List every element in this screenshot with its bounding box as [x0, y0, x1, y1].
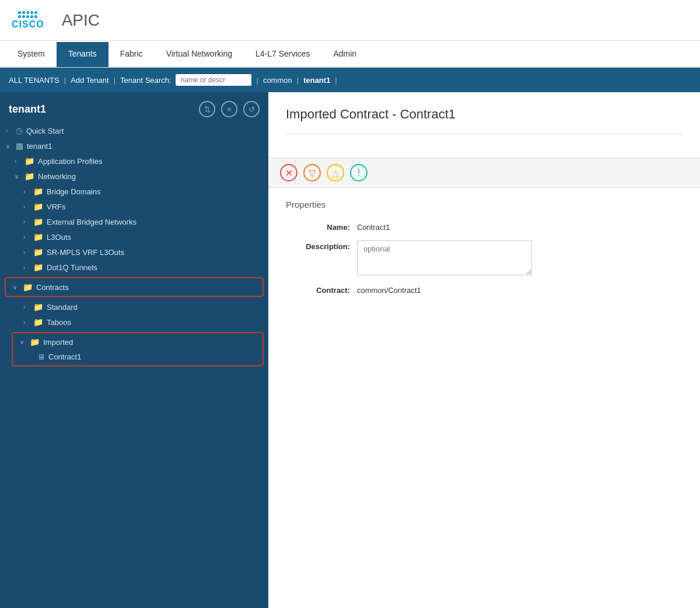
tree-item-imported[interactable]: ∨ 📁 Imported	[13, 334, 262, 350]
l3outs-folder-icon: 📁	[33, 232, 43, 242]
contract-value: common/Contract1	[357, 284, 421, 295]
tab-l4l7[interactable]: L4-L7 Services	[244, 42, 321, 67]
networking-label: Networking	[38, 172, 76, 181]
dot1q-folder-icon: 📁	[33, 263, 43, 272]
cisco-dots	[18, 11, 37, 14]
arrow-vrfs: ›	[23, 204, 32, 210]
properties-section: Properties Name: Contract1 Description: …	[268, 188, 700, 315]
standard-label: Standard	[47, 303, 78, 312]
tenant-search-input[interactable]	[176, 74, 251, 86]
tab-tenants[interactable]: Tenants	[57, 42, 108, 67]
panel-toolbar: ✕ ▽ △ !	[268, 158, 700, 188]
imported-folder-icon: 📁	[30, 337, 40, 347]
arrow-dot1q: ›	[23, 264, 32, 271]
sidebar: tenant1 ⇅ ≡ ↺ › ◷ Quick Start ∨ ▦ tenant…	[0, 92, 268, 608]
tree-item-app-profiles[interactable]: › 📁 Application Profiles	[0, 153, 268, 169]
vrfs-label: VRFs	[47, 202, 66, 211]
tree-item-l3outs[interactable]: › 📁 L3Outs	[0, 229, 268, 244]
taboos-label: Taboos	[47, 318, 71, 327]
name-label: Name:	[286, 221, 350, 232]
arrow-bridge-domains: ›	[23, 188, 32, 195]
cisco-dot	[18, 11, 21, 14]
cisco-dot	[30, 11, 33, 14]
tenant-search-label: Tenant Search:	[120, 76, 171, 85]
breadcrumb-sep1: |	[64, 76, 66, 85]
list-icon-btn[interactable]: ≡	[221, 101, 237, 117]
warning-toolbar-btn[interactable]: ▽	[303, 164, 321, 181]
breadcrumb-sep4: |	[297, 76, 299, 85]
tree-item-bridge-domains[interactable]: › 📁 Bridge Domains	[0, 184, 268, 199]
tree-item-dot1q[interactable]: › 📁 Dot1Q Tunnels	[0, 260, 268, 275]
description-label: Description:	[286, 240, 350, 251]
right-panel: Imported Contract - Contract1 ✕ ▽ △ ! Pr…	[268, 92, 700, 608]
arrow-l3outs: ›	[23, 234, 32, 240]
property-row-name: Name: Contract1	[286, 221, 682, 232]
app-profiles-folder-icon: 📁	[24, 156, 34, 166]
cisco-dot	[18, 15, 21, 18]
arrow-taboos: ›	[23, 319, 32, 326]
cisco-logo: CISCO	[12, 11, 44, 30]
sidebar-icons: ⇅ ≡ ↺	[199, 101, 260, 117]
nav-tabs: System Tenants Fabric Virtual Networking…	[0, 41, 700, 68]
tenant1-icon: ▦	[16, 141, 23, 151]
properties-title: Properties	[286, 200, 682, 209]
tab-system[interactable]: System	[6, 42, 57, 67]
main-content: tenant1 ⇅ ≡ ↺ › ◷ Quick Start ∨ ▦ tenant…	[0, 92, 700, 608]
networking-folder-icon: 📁	[24, 172, 34, 181]
contracts-highlighted-box: ∨ 📁 Contracts	[5, 277, 264, 297]
tree-item-srmpls[interactable]: › 📁 SR-MPLS VRF L3Outs	[0, 244, 268, 260]
cisco-dot	[34, 11, 37, 14]
quick-start-label: Quick Start	[26, 127, 64, 135]
alert-toolbar-btn[interactable]: △	[327, 164, 344, 181]
contracts-label: Contracts	[36, 283, 69, 292]
arrow-imported: ∨	[20, 339, 28, 345]
quick-start-icon: ◷	[16, 126, 23, 135]
app-profiles-label: Application Profiles	[38, 157, 103, 166]
tab-admin[interactable]: Admin	[321, 42, 368, 67]
description-textarea[interactable]	[357, 240, 532, 275]
panel-title: Imported Contract - Contract1	[268, 92, 700, 134]
tree-item-networking[interactable]: ∨ 📁 Networking	[0, 169, 268, 184]
sort-icon-btn[interactable]: ⇅	[199, 101, 215, 117]
tenant1-link[interactable]: tenant1	[303, 76, 330, 85]
tab-fabric[interactable]: Fabric	[108, 42, 155, 67]
cisco-dot	[26, 15, 29, 18]
dot1q-label: Dot1Q Tunnels	[47, 263, 97, 272]
imported-highlighted-box: ∨ 📁 Imported 🖥 Contract1	[12, 332, 264, 366]
breadcrumb-sep5: |	[335, 76, 337, 85]
tree-item-quick-start[interactable]: › ◷ Quick Start	[0, 123, 268, 138]
tree-item-vrfs[interactable]: › 📁 VRFs	[0, 199, 268, 214]
cisco-dot	[22, 15, 25, 18]
imported-label: Imported	[43, 338, 73, 347]
cisco-dot	[30, 15, 33, 18]
tree-item-taboos[interactable]: › 📁 Taboos	[0, 315, 268, 330]
refresh-icon-btn[interactable]: ↺	[243, 101, 260, 117]
info-toolbar-btn[interactable]: !	[350, 164, 368, 181]
arrow-contracts: ∨	[13, 284, 21, 291]
cisco-dot	[34, 15, 37, 18]
taboos-folder-icon: 📁	[33, 317, 43, 327]
bridge-domains-label: Bridge Domains	[47, 187, 101, 196]
arrow-app-profiles: ›	[15, 158, 23, 165]
add-tenant-link[interactable]: Add Tenant	[71, 76, 109, 85]
error-toolbar-btn[interactable]: ✕	[280, 164, 298, 181]
external-bridged-folder-icon: 📁	[33, 217, 43, 226]
arrow-standard: ›	[23, 304, 32, 310]
contracts-folder-icon: 📁	[23, 282, 33, 292]
tree-item-external-bridged[interactable]: › 📁 External Bridged Networks	[0, 214, 268, 229]
arrow-srmpls: ›	[23, 249, 32, 256]
tree-item-contract1[interactable]: 🖥 Contract1	[13, 350, 262, 364]
tab-virtual-networking[interactable]: Virtual Networking	[155, 42, 244, 67]
bridge-domains-folder-icon: 📁	[33, 187, 43, 196]
tree-item-tenant1[interactable]: ∨ ▦ tenant1	[0, 138, 268, 153]
external-bridged-label: External Bridged Networks	[47, 218, 136, 226]
l3outs-label: L3Outs	[47, 233, 71, 242]
name-value: Contract1	[357, 221, 390, 232]
arrow-external-bridged: ›	[23, 219, 32, 225]
app-title: APIC	[62, 11, 100, 30]
property-row-description: Description:	[286, 240, 682, 275]
common-tenant-link[interactable]: common	[263, 76, 292, 85]
all-tenants-link[interactable]: ALL TENANTS	[9, 76, 60, 85]
tree-item-contracts[interactable]: ∨ 📁 Contracts	[6, 279, 262, 295]
tree-item-standard[interactable]: › 📁 Standard	[0, 299, 268, 315]
